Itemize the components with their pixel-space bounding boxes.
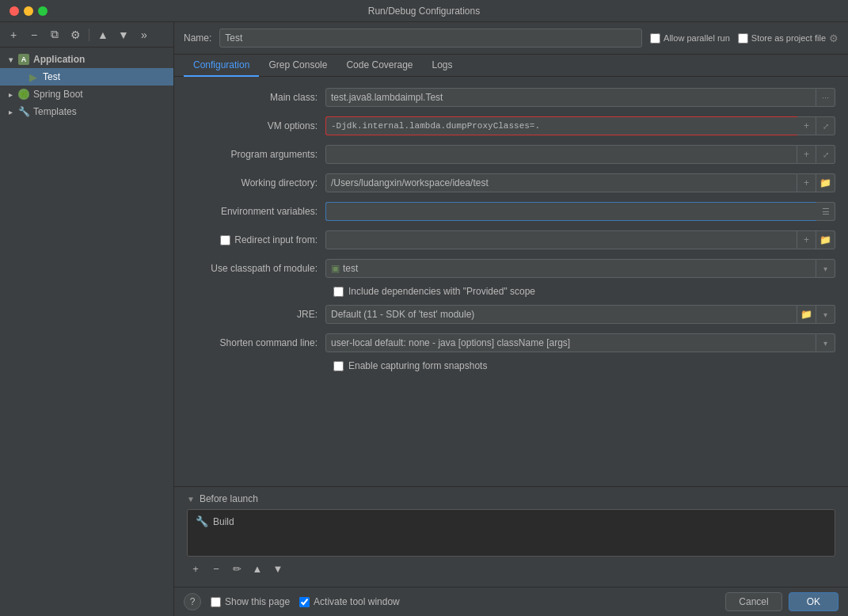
tab-logs[interactable]: Logs (423, 55, 462, 77)
include-deps-row: Include dependencies with "Provided" sco… (333, 286, 835, 297)
launch-edit-button[interactable]: ✏ (228, 560, 245, 577)
working-dir-input[interactable] (325, 173, 797, 192)
content-area: Name: Allow parallel run Store as projec… (174, 22, 848, 616)
enable-snapshots-label: Enable capturing form snapshots (348, 360, 487, 371)
sidebar-item-application[interactable]: ▾ A Application (0, 51, 173, 68)
show-page-checkbox[interactable] (211, 597, 221, 607)
include-deps-checkbox[interactable] (333, 287, 344, 297)
arrow-down-button[interactable]: ▼ (115, 26, 132, 44)
env-vars-row: Environment variables: ☰ (187, 200, 835, 222)
vm-options-input[interactable] (325, 116, 797, 135)
test-label: Test (43, 71, 60, 82)
show-page-row: Show this page (211, 596, 290, 607)
more-button[interactable]: » (135, 26, 153, 44)
tab-configuration[interactable]: Configuration (184, 55, 259, 77)
vm-options-label: VM options: (187, 120, 325, 131)
chevron-right-icon2: ▸ (6, 108, 14, 116)
jre-label: JRE: (187, 309, 325, 320)
redirect-input-checkbox[interactable] (220, 235, 230, 245)
parallel-run-checkbox[interactable] (650, 33, 660, 44)
jre-folder-button[interactable]: 📁 (797, 305, 816, 324)
name-label: Name: (184, 32, 211, 44)
main-class-label: Main class: (187, 92, 325, 103)
redirect-add-button[interactable]: + (797, 230, 816, 249)
redirect-input-label-row: Redirect input from: (187, 234, 325, 245)
working-dir-add-button[interactable]: + (797, 173, 816, 192)
chevron-down-icon: ▾ (6, 55, 14, 63)
gear-icon[interactable]: ⚙ (829, 32, 838, 44)
shorten-cmd-dropdown-button[interactable]: ▾ (816, 333, 835, 352)
store-project-checkbox[interactable] (738, 33, 748, 44)
before-launch-header[interactable]: ▼ Before launch (187, 493, 835, 504)
redirect-input-input[interactable] (325, 230, 797, 249)
classpath-row: Use classpath of module: ▣ test ▾ (187, 257, 835, 279)
tab-grep-console[interactable]: Grep Console (259, 55, 337, 77)
main-class-row: Main class: ··· (187, 86, 835, 108)
vm-options-add-button[interactable]: + (797, 116, 816, 135)
main-class-browse-button[interactable]: ··· (816, 88, 835, 107)
launch-up-button[interactable]: ▲ (249, 560, 266, 577)
classpath-dropdown-button[interactable]: ▾ (816, 259, 835, 278)
springboot-label: Spring Boot (33, 89, 83, 100)
launch-add-button[interactable]: + (187, 560, 204, 577)
build-item[interactable]: 🔧 Build (191, 513, 831, 530)
program-args-input[interactable] (325, 145, 797, 164)
show-page-label: Show this page (225, 596, 290, 607)
help-button[interactable]: ? (184, 593, 201, 610)
templates-icon: 🔧 (17, 105, 30, 118)
program-args-expand-button[interactable]: ⤢ (816, 145, 835, 164)
before-launch-title: Before launch (200, 493, 258, 504)
settings-button[interactable]: ⚙ (67, 26, 84, 44)
form-area: Main class: ··· VM options: + ⤢ (174, 77, 848, 486)
env-vars-label: Environment variables: (187, 206, 325, 217)
activate-tool-row: Activate tool window (299, 596, 400, 607)
main-class-input[interactable] (325, 88, 816, 107)
enable-snapshots-checkbox[interactable] (333, 361, 344, 371)
redirect-browse-button[interactable]: 📁 (816, 230, 835, 249)
sidebar-item-springboot[interactable]: ▸ 🌿 Spring Boot (0, 86, 173, 103)
vm-options-row: VM options: + ⤢ (187, 115, 835, 137)
launch-toolbar: + − ✏ ▲ ▼ (187, 557, 835, 580)
launch-down-button[interactable]: ▼ (269, 560, 287, 577)
sidebar-item-test[interactable]: ▾ ▶ Test (0, 68, 173, 86)
jre-dropdown-button[interactable]: ▾ (816, 305, 835, 324)
sidebar: + − ⧉ ⚙ ▲ ▼ » ▾ A Application (0, 22, 174, 616)
include-deps-label: Include dependencies with "Provided" sco… (348, 286, 535, 297)
sidebar-toolbar: + − ⧉ ⚙ ▲ ▼ » (0, 22, 173, 48)
cancel-button[interactable]: Cancel (725, 592, 781, 611)
tab-code-coverage[interactable]: Code Coverage (337, 55, 422, 77)
working-dir-label: Working directory: (187, 177, 325, 188)
close-button[interactable] (10, 6, 19, 16)
add-config-button[interactable]: + (5, 26, 22, 44)
bottom-bar: ? Show this page Activate tool window Ca… (174, 587, 848, 616)
tab-bar: Configuration Grep Console Code Coverage… (174, 55, 848, 77)
redirect-input-row: Redirect input from: + 📁 (187, 229, 835, 251)
env-vars-browse-button[interactable]: ☰ (816, 202, 835, 221)
titlebar: Run/Debug Configurations (0, 0, 848, 22)
launch-remove-button[interactable]: − (207, 560, 225, 577)
window-controls (10, 6, 48, 16)
shorten-cmd-value: user-local default: none - java [options… (331, 337, 570, 348)
maximize-button[interactable] (38, 6, 48, 16)
sidebar-item-templates[interactable]: ▸ 🔧 Templates (0, 103, 173, 120)
program-args-add-button[interactable]: + (797, 145, 816, 164)
bottom-right: Cancel OK (725, 592, 838, 611)
ok-button[interactable]: OK (789, 592, 838, 611)
redirect-input-label: Redirect input from: (234, 234, 318, 245)
classpath-label: Use classpath of module: (187, 263, 325, 274)
working-dir-row: Working directory: + 📁 (187, 172, 835, 194)
name-bar: Name: Allow parallel run Store as projec… (174, 22, 848, 55)
classpath-value: test (343, 263, 358, 274)
activate-tool-checkbox[interactable] (299, 597, 310, 607)
remove-config-button[interactable]: − (25, 26, 43, 44)
vm-options-expand-button[interactable]: ⤢ (816, 116, 835, 135)
arrow-up-button[interactable]: ▲ (94, 26, 112, 44)
env-vars-input[interactable] (325, 202, 816, 221)
copy-config-button[interactable]: ⧉ (46, 26, 63, 44)
minimize-button[interactable] (24, 6, 33, 16)
shorten-cmd-label: Shorten command line: (187, 337, 325, 348)
name-input[interactable] (219, 29, 642, 48)
run-icon: ▶ (27, 70, 40, 83)
working-dir-browse-button[interactable]: 📁 (816, 173, 835, 192)
run-debug-configurations-window: Run/Debug Configurations + − ⧉ ⚙ ▲ ▼ » ▾… (0, 0, 848, 616)
